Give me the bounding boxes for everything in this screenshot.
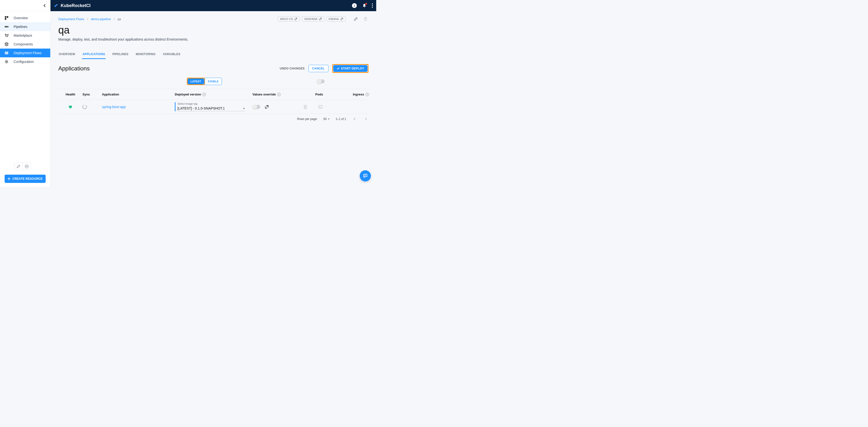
- values-override-master-toggle[interactable]: [317, 79, 324, 83]
- brand[interactable]: KubeRocketCI: [54, 3, 91, 8]
- th-deployed-version: Deployed version i: [175, 92, 252, 96]
- breadcrumb-separator: /: [114, 17, 115, 21]
- more-menu-icon[interactable]: [372, 3, 373, 8]
- chat-icon: [363, 173, 368, 178]
- breadcrumb: Deployment Flows / demo-pipeline / qa: [58, 17, 121, 21]
- info-icon[interactable]: i: [277, 93, 281, 96]
- pagination-range: 1–1 of 1: [336, 117, 346, 121]
- plus-icon: [7, 177, 10, 180]
- chip-label: KIBANA: [329, 18, 339, 20]
- sync-cell: [83, 105, 102, 109]
- sidebar-item-configuration[interactable]: Configuration: [0, 57, 50, 66]
- flows-icon: [4, 51, 9, 55]
- terminal-icon[interactable]: [318, 105, 322, 109]
- table-row: spring-boot-app Select image tag [LATEST…: [58, 100, 369, 114]
- tab-variables[interactable]: VARIABLES: [162, 50, 181, 59]
- caret-down-icon: ▼: [328, 118, 330, 120]
- image-tag-value: [LATEST] - 0.1.0-SNAPSHOT.1: [178, 106, 225, 110]
- applications-table: Health Sync Application Deployed version…: [58, 89, 369, 114]
- grafana-link[interactable]: GRAFANA: [302, 16, 324, 22]
- sidebar-collapse[interactable]: [0, 0, 50, 11]
- th-ingress-label: Ingress: [353, 92, 364, 96]
- breadcrumb-pipeline[interactable]: demo-pipeline: [91, 17, 111, 21]
- sidebar-item-label: Configuration: [13, 60, 34, 64]
- th-application: Application: [102, 92, 175, 96]
- kubernetes-icon[interactable]: [23, 163, 31, 170]
- sidebar-item-components[interactable]: Components: [0, 40, 50, 49]
- notifications-icon[interactable]: [362, 3, 367, 8]
- info-icon[interactable]: i: [366, 93, 369, 96]
- section-header: Applications UNDO CHANGES CANCEL START D…: [58, 64, 369, 73]
- svg-rect-15: [319, 106, 322, 108]
- topbar-right: i: [352, 3, 373, 8]
- pods-cell: [303, 105, 335, 109]
- external-link-icon: [340, 18, 343, 20]
- svg-rect-1: [7, 16, 8, 18]
- page-title: qa: [58, 24, 369, 36]
- tab-monitoring[interactable]: MONITORING: [135, 50, 156, 59]
- delete-button[interactable]: [363, 16, 369, 22]
- th-sync: Sync: [83, 92, 102, 96]
- info-icon[interactable]: i: [203, 93, 206, 96]
- svg-rect-2: [5, 18, 6, 20]
- deployed-version-cell: Select image tag [LATEST] - 0.1.0-SNAPSH…: [175, 102, 252, 111]
- sidebar-item-label: Components: [13, 42, 33, 46]
- th-values-override: Values override i: [252, 92, 303, 96]
- pen-icon[interactable]: [14, 163, 23, 170]
- sidebar-item-deployment-flows[interactable]: Deployment Flows: [0, 49, 50, 57]
- notification-dot: [365, 3, 367, 5]
- rocket-icon: [54, 3, 59, 8]
- create-resource-button[interactable]: CREATE RESOURCE: [5, 175, 45, 183]
- argocd-link[interactable]: ARGO CD: [278, 16, 300, 22]
- tab-overview[interactable]: OVERVIEW: [58, 50, 76, 59]
- sync-spinner-icon: [83, 105, 87, 109]
- tab-applications[interactable]: APPLICATIONS: [82, 50, 105, 59]
- sidebar-nav: Overview Pipelines Marketplace Component…: [0, 11, 50, 66]
- breadcrumb-current: qa: [118, 17, 121, 21]
- prev-page-button[interactable]: [352, 118, 357, 120]
- gear-icon: [4, 60, 9, 64]
- highlight-start-deploy: START DEPLOY: [332, 64, 369, 73]
- section-actions: UNDO CHANGES CANCEL START DEPLOY: [280, 64, 369, 73]
- next-page-button[interactable]: [363, 118, 369, 120]
- sidebar-bottom: CREATE RESOURCE: [0, 159, 50, 187]
- th-deployed-version-label: Deployed version: [175, 92, 201, 96]
- application-link[interactable]: spring-boot-app: [102, 105, 126, 109]
- chip-label: ARGO CD: [280, 18, 293, 20]
- edit-button[interactable]: [353, 16, 359, 22]
- sidebar-item-overview[interactable]: Overview: [0, 13, 50, 22]
- breadcrumb-separator: /: [87, 17, 88, 21]
- sidebar-item-pipelines[interactable]: Pipelines: [0, 22, 50, 31]
- chat-fab[interactable]: [360, 170, 371, 181]
- sidebar: Overview Pipelines Marketplace Component…: [0, 0, 51, 187]
- external-link-icon[interactable]: [265, 105, 269, 109]
- external-links: ARGO CD GRAFANA KIBANA: [278, 16, 346, 22]
- latest-button[interactable]: LATEST: [188, 79, 204, 84]
- pagination: Rows per page: 50 ▼ 1–1 of 1: [58, 117, 369, 121]
- stable-button[interactable]: STABLE: [205, 78, 222, 85]
- cancel-button[interactable]: CANCEL: [309, 65, 329, 72]
- chevron-left-icon: [43, 4, 46, 7]
- rows-per-page-label: Rows per page:: [297, 117, 317, 121]
- breadcrumb-root[interactable]: Deployment Flows: [58, 17, 84, 21]
- values-override-toggle[interactable]: [252, 105, 260, 109]
- svg-marker-12: [25, 165, 28, 168]
- create-resource-label: CREATE RESOURCE: [12, 177, 42, 180]
- start-deploy-button[interactable]: START DEPLOY: [333, 65, 368, 72]
- kibana-link[interactable]: KIBANA: [326, 16, 346, 22]
- highlight-latest: LATEST: [187, 78, 205, 85]
- sidebar-item-label: Deployment Flows: [13, 51, 41, 55]
- rows-per-page-select[interactable]: 50 ▼: [323, 117, 330, 121]
- svg-point-11: [6, 61, 7, 62]
- cart-icon: [4, 33, 9, 37]
- info-icon[interactable]: i: [352, 3, 357, 8]
- svg-point-7: [6, 36, 6, 37]
- image-tag-label: Select image tag: [178, 102, 245, 105]
- section-title: Applications: [58, 65, 90, 72]
- sidebar-item-marketplace[interactable]: Marketplace: [0, 31, 50, 40]
- sidebar-item-label: Overview: [13, 16, 28, 20]
- logs-icon[interactable]: [303, 105, 307, 109]
- tab-pipelines[interactable]: PIPELINES: [112, 50, 129, 59]
- image-tag-select[interactable]: [LATEST] - 0.1.0-SNAPSHOT.1 ▼: [178, 106, 245, 111]
- undo-changes-button[interactable]: UNDO CHANGES: [280, 67, 305, 70]
